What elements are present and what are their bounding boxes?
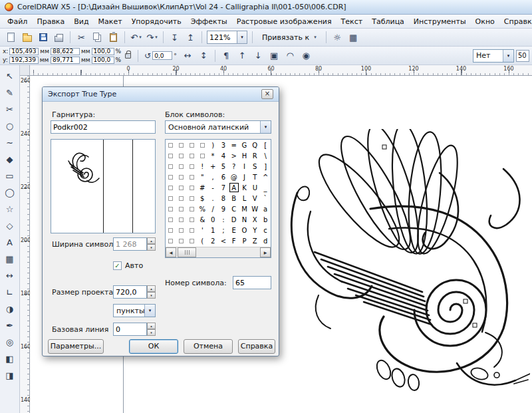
glyph-cell[interactable] (166, 193, 176, 204)
convert-to-curves-button[interactable]: ◠ (283, 49, 298, 63)
glyph-cell[interactable]: ( (197, 235, 207, 246)
import-button[interactable]: ↧ (167, 30, 182, 45)
glyph-cell[interactable]: S (249, 161, 260, 172)
glyph-cell[interactable]: 1 (207, 225, 218, 235)
glyph-cell[interactable]: P (239, 235, 250, 246)
glyph-cell[interactable] (166, 182, 176, 193)
glyph-cell[interactable] (187, 214, 198, 225)
glyph-cell[interactable] (176, 204, 187, 214)
glyph-cell[interactable]: C (229, 204, 239, 214)
grid-scrollbar[interactable]: ◀ ▶ (166, 247, 271, 257)
glyph-cell[interactable]: \ (260, 150, 271, 161)
glyph-cell[interactable] (166, 235, 176, 246)
glyph-cell[interactable]: ' (197, 225, 207, 235)
glyph-cell[interactable]: # (197, 182, 207, 193)
glyph-cell[interactable]: / (207, 204, 218, 214)
spin-down-icon[interactable]: ▾ (147, 329, 156, 336)
application-launcher-button[interactable]: ▦ (346, 30, 361, 45)
symbol-width-spinner[interactable]: ▴ ▾ (147, 237, 156, 251)
smart-fill-tool[interactable]: ◆ (2, 151, 18, 168)
group-objects-button[interactable]: ▣ (267, 49, 282, 63)
undo-button[interactable]: ↶▾ (128, 30, 144, 45)
glyph-cell[interactable]: @ (229, 172, 239, 182)
connector-tool[interactable]: ∟ (2, 284, 18, 301)
glyph-cell[interactable] (187, 172, 198, 182)
rectangle-tool[interactable]: ▭ (2, 168, 18, 184)
options-button[interactable]: Параметры... (48, 339, 104, 354)
glyph-cell[interactable]: F (229, 235, 239, 246)
pick-tool[interactable]: ↖ (2, 68, 18, 84)
glyph-cell[interactable] (176, 225, 187, 235)
glyph-cell[interactable]: : (218, 214, 229, 225)
glyph-cell[interactable] (176, 150, 187, 161)
zoom-dropdown-arrow-icon[interactable]: ▾ (237, 31, 247, 43)
glyph-cell[interactable]: D (229, 214, 239, 225)
new-document-button[interactable] (3, 30, 19, 45)
glyph-cell[interactable]: G (239, 140, 250, 150)
auto-checkbox[interactable]: ✓ (113, 261, 122, 270)
glyph-cell[interactable]: 7 (218, 182, 229, 193)
menu-item-11[interactable]: Справка (499, 16, 532, 27)
glyph-cell[interactable]: $ (197, 193, 207, 204)
clipped-right-field[interactable]: 50 (516, 50, 529, 62)
help-button[interactable]: Справка (238, 339, 275, 354)
outline-width-combo[interactable]: Нет ▾ (473, 49, 514, 63)
glyph-cell[interactable]: < (218, 235, 229, 246)
glyph-cell[interactable]: B (229, 193, 239, 204)
eyedropper-tool[interactable]: ✒ (2, 317, 18, 334)
baseline-input[interactable] (113, 323, 147, 336)
rotation-angle-input[interactable] (152, 51, 172, 60)
zoom-tool[interactable]: ○ (2, 118, 18, 134)
block-dropdown-arrow-icon[interactable]: ▾ (260, 121, 271, 133)
glyph-cell[interactable]: + (207, 161, 218, 172)
glyph-cell[interactable]: ; (218, 225, 229, 235)
glyph-cell[interactable]: ` (260, 193, 271, 204)
glyph-cell[interactable] (176, 182, 187, 193)
baseline-spinner[interactable]: ▴ ▾ (147, 323, 156, 336)
spin-up-icon[interactable]: ▴ (147, 285, 156, 292)
project-size-input[interactable] (113, 285, 147, 299)
glyph-cell[interactable]: b (260, 214, 271, 225)
dropdown-arrow-icon[interactable]: ▾ (155, 35, 158, 40)
glyph-cell[interactable] (187, 193, 198, 204)
crop-tool[interactable]: ✂ (2, 101, 18, 118)
glyph-cell[interactable]: R (249, 150, 260, 161)
glyph-cell[interactable]: Y (249, 225, 260, 235)
typeface-input[interactable] (51, 120, 156, 134)
glyph-cell[interactable]: % (197, 204, 207, 214)
outline-pen-tool[interactable]: ◎ (2, 334, 18, 350)
glyph-cell[interactable]: H (239, 150, 250, 161)
glyph-cell[interactable]: T (249, 172, 260, 182)
object-width-input[interactable] (51, 48, 80, 55)
y-position-input[interactable] (9, 57, 39, 64)
mirror-vertical-button[interactable]: ↕ (196, 49, 211, 63)
paste-button[interactable] (106, 30, 121, 45)
glyph-cell[interactable]: c (260, 225, 271, 235)
weld-objects-button[interactable]: ◉ (299, 49, 314, 63)
glyph-cell[interactable] (166, 225, 176, 235)
glyph-cell[interactable]: V (249, 193, 260, 204)
glyph-cell[interactable]: 9 (218, 204, 229, 214)
glyph-cell[interactable]: J (239, 172, 250, 182)
glyph-cell[interactable]: ^ (260, 172, 271, 182)
glyph-cell[interactable]: I (239, 161, 250, 172)
ellipse-tool[interactable]: ◯ (2, 184, 18, 201)
units-dropdown-arrow-icon[interactable]: ▾ (144, 305, 155, 317)
glyph-cell[interactable]: = (229, 140, 239, 150)
glyph-cell[interactable] (166, 161, 176, 172)
glyph-cell[interactable] (166, 150, 176, 161)
glyph-cell[interactable]: 2 (207, 235, 218, 246)
options-button[interactable]: ☼ (330, 30, 345, 45)
glyph-cell[interactable]: N (239, 214, 250, 225)
snap-to-button[interactable]: Привязать к ▾ (256, 30, 323, 45)
units-combo[interactable]: пункты ▾ (113, 304, 156, 317)
glyph-cell[interactable]: A (229, 182, 239, 193)
glyph-cell[interactable]: 3 (218, 140, 229, 150)
print-button[interactable] (51, 30, 66, 45)
outline-dropdown-arrow-icon[interactable]: ▾ (503, 50, 513, 62)
menu-item-8[interactable]: Таблица (367, 16, 409, 27)
cancel-button[interactable]: Отмена (184, 339, 233, 354)
dimension-tool[interactable]: ↔ (2, 267, 18, 284)
glyph-cell[interactable] (187, 225, 198, 235)
zoom-input[interactable] (207, 32, 237, 43)
